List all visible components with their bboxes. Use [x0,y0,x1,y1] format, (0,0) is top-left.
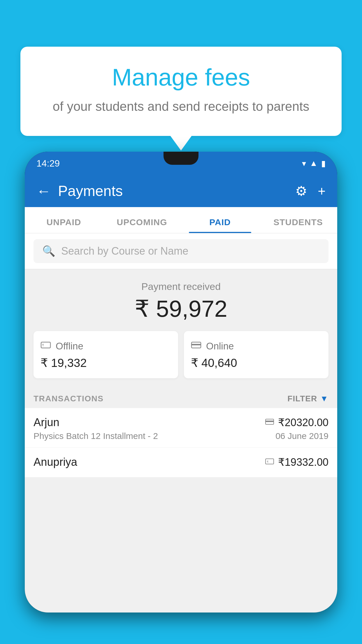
status-bar: 14:29 ▾ ▲ ▮ [25,152,337,175]
phone-container: 14:29 ▾ ▲ ▮ ← Payments ⚙ + UNPAID [25,152,337,644]
speech-bubble: Manage fees of your students and send re… [20,47,342,136]
payment-total-amount: ₹ 59,972 [34,295,328,322]
offline-card-top: ₹ Offline [41,340,171,353]
offline-icon: ₹ [41,340,51,353]
signal-icon: ▲ [310,159,318,168]
transactions-label: TRANSACTIONS [34,394,103,403]
transaction-row-bottom: Physics Batch 12 Installment - 2 06 June… [34,431,328,441]
transaction-amount: ₹20320.00 [278,416,328,429]
date-label: 06 June 2019 [275,431,328,441]
offline-label: Offline [56,341,83,352]
payment-cards: ₹ Offline ₹ 19,332 [34,331,328,378]
settings-button[interactable]: ⚙ [295,183,307,199]
svg-text:₹: ₹ [42,343,44,347]
offline-amount: ₹ 19,332 [41,356,171,370]
payment-type-icon-2: ₹ [265,457,274,467]
screen-content: 🔍 Search by Course or Name Payment recei… [25,233,337,612]
student-name: Arjun [34,416,59,429]
transaction-list: Arjun ₹20320.00 Physics [25,408,337,477]
offline-card: ₹ Offline ₹ 19,332 [34,331,178,378]
online-card: Online ₹ 40,640 [184,331,328,378]
transactions-header: TRANSACTIONS FILTER ▼ [25,387,337,408]
app-header: ← Payments ⚙ + [25,175,337,207]
course-label: Physics Batch 12 Installment - 2 [34,431,158,441]
transaction-row-top: Arjun ₹20320.00 [34,416,328,429]
header-right: ⚙ + [295,183,326,199]
bubble-subtitle: of your students and send receipts to pa… [44,97,318,116]
student-name-2: Anupriya [34,456,77,468]
speech-bubble-container: Manage fees of your students and send re… [20,47,342,136]
filter-button[interactable]: FILTER ▼ [287,394,328,403]
status-time: 14:29 [36,158,60,169]
battery-icon: ▮ [321,159,326,168]
online-card-top: Online [191,340,321,353]
online-label: Online [206,341,234,352]
bubble-title: Manage fees [44,64,318,90]
search-placeholder: Search by Course or Name [61,245,188,257]
svg-text:₹: ₹ [267,460,268,463]
svg-rect-3 [191,344,201,345]
svg-rect-5 [266,421,274,422]
transaction-row-top-2: Anupriya ₹ ₹19332.00 [34,456,328,468]
filter-icon: ▼ [320,394,328,403]
payment-summary: Payment received ₹ 59,972 ₹ Offline [25,269,337,387]
search-bar-container: 🔍 Search by Course or Name [25,233,337,269]
search-field[interactable]: 🔍 Search by Course or Name [34,239,328,263]
tab-students[interactable]: STUDENTS [259,217,337,233]
table-row[interactable]: Arjun ₹20320.00 Physics [25,408,337,448]
search-icon: 🔍 [42,245,55,257]
wifi-icon: ▾ [302,159,306,168]
header-title: Payments [58,183,123,200]
payment-type-icon [265,418,274,428]
status-icons: ▾ ▲ ▮ [302,159,326,168]
table-row[interactable]: Anupriya ₹ ₹19332.00 [25,448,337,477]
add-button[interactable]: + [318,183,326,199]
amount-right: ₹20320.00 [265,416,328,429]
phone: 14:29 ▾ ▲ ▮ ← Payments ⚙ + UNPAID [25,152,337,612]
amount-right-2: ₹ ₹19332.00 [265,456,328,468]
tab-unpaid[interactable]: UNPAID [25,217,103,233]
payment-received-label: Payment received [34,281,328,292]
back-button[interactable]: ← [36,183,51,200]
header-left: ← Payments [36,183,123,200]
tab-paid[interactable]: PAID [181,217,259,233]
phone-notch [164,152,198,165]
filter-label: FILTER [287,394,317,403]
tab-upcoming[interactable]: UPCOMING [103,217,181,233]
tabs-bar: UNPAID UPCOMING PAID STUDENTS [25,207,337,233]
online-amount: ₹ 40,640 [191,356,321,370]
transaction-amount-2: ₹19332.00 [278,456,328,468]
online-icon [191,340,201,353]
